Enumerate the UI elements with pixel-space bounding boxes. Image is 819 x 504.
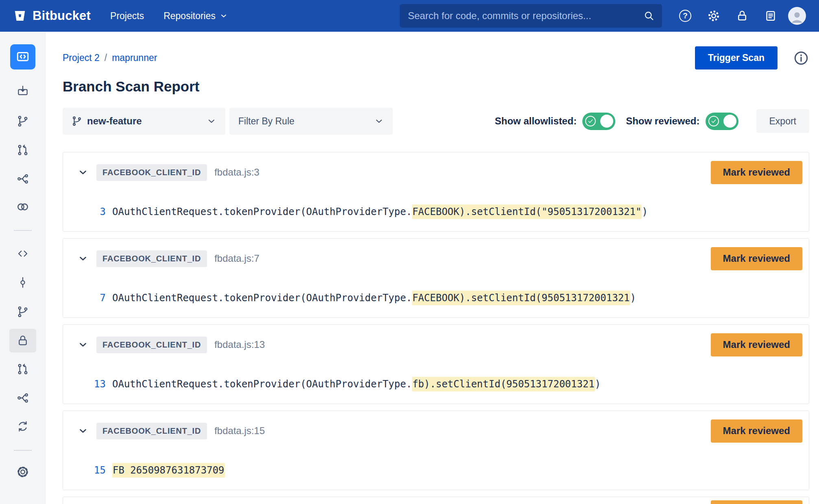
mark-reviewed-button[interactable]: Mark reviewed [711, 161, 802, 184]
code-line-number: 7 [87, 292, 106, 304]
filter-bar: new-feature Filter By Rule Show allowlis… [63, 108, 809, 135]
toggle-knob [723, 115, 736, 128]
repo-settings-gear-icon[interactable] [15, 464, 30, 480]
rule-badge: FACEBOOK_CLIENT_ID [96, 337, 207, 353]
collapse-chevron-icon[interactable] [77, 252, 89, 265]
show-allowlisted-label: Show allowlisted: [495, 115, 577, 127]
finding-location: fbdata.js:3 [214, 167, 259, 178]
security-lock-icon[interactable] [735, 9, 749, 23]
code-line: FB 2650987631873709 [112, 465, 225, 476]
rule-badge: FACEBOOK_CLIENT_ID [96, 250, 207, 267]
finding-card-partial: Mark reviewed [63, 497, 809, 504]
show-reviewed-label: Show reviewed: [626, 115, 699, 127]
code-line: OAuthClientRequest.tokenProvider(OAuthPr… [112, 292, 636, 304]
chevron-down-icon [220, 12, 228, 20]
nav-repositories[interactable]: Repositories [163, 11, 228, 22]
security-lock-icon [17, 335, 29, 347]
code-line: OAuthClientRequest.tokenProvider(OAuthPr… [112, 206, 648, 217]
breadcrumb-separator: / [105, 52, 107, 63]
nav-icon-cluster: ? [678, 9, 778, 23]
show-reviewed-toggle[interactable] [706, 113, 738, 130]
code-line-number: 15 [87, 465, 106, 476]
clone-checkout-icon[interactable] [15, 83, 30, 99]
forks-icon[interactable] [15, 390, 30, 406]
bitbucket-mark-icon [13, 9, 27, 23]
page-title: Branch Scan Report [63, 78, 809, 95]
rule-badge: FACEBOOK_CLIENT_ID [96, 164, 207, 181]
user-avatar[interactable] [788, 7, 806, 25]
pipelines-icon[interactable] [15, 199, 30, 215]
chevron-down-icon [207, 116, 216, 126]
code-line-number: 13 [87, 378, 106, 390]
secret-highlight: FACEBOOK).setClientId("950513172001321" [412, 204, 642, 219]
brand-name: Bitbucket [33, 9, 91, 23]
collapse-chevron-icon[interactable] [77, 166, 89, 178]
nav-repositories-label: Repositories [163, 11, 216, 22]
branch-icon[interactable] [15, 113, 30, 129]
top-nav: Bitbucket Projects Repositories ? [0, 0, 819, 32]
search-input[interactable] [408, 10, 643, 22]
pull-requests-icon[interactable] [15, 361, 30, 377]
secret-highlight: FB 2650987631873709 [112, 463, 225, 478]
trigger-scan-button[interactable]: Trigger Scan [695, 46, 778, 70]
breadcrumb-repo-link[interactable]: maprunner [112, 52, 157, 63]
secret-highlight: FACEBOOK).setClientId(950513172001321 [412, 291, 630, 305]
commits-icon[interactable] [15, 275, 30, 290]
finding-location: fbdata.js:15 [214, 425, 265, 437]
finding-card: FACEBOOK_CLIENT_ID fbdata.js:3 Mark revi… [63, 152, 809, 232]
bitbucket-logo[interactable]: Bitbucket [13, 9, 91, 23]
source-code-icon[interactable] [15, 246, 30, 261]
sync-icon[interactable] [15, 419, 30, 434]
pull-request-icon[interactable] [15, 142, 30, 158]
compare-forks-icon[interactable] [15, 171, 30, 187]
global-search[interactable] [400, 4, 662, 28]
code-line-number: 3 [87, 206, 106, 217]
rule-badge: FACEBOOK_CLIENT_ID [96, 423, 207, 439]
export-button[interactable]: Export [756, 109, 809, 133]
sidebar-divider [14, 230, 32, 231]
check-icon [585, 116, 596, 126]
branch-icon [72, 116, 82, 126]
main-content: Project 2 / maprunner Trigger Scan Branc… [46, 32, 819, 504]
toggle-knob [600, 115, 613, 128]
finding-card: FACEBOOK_CLIENT_ID fbdata.js:15 Mark rev… [63, 411, 809, 490]
repo-avatar-icon[interactable] [10, 44, 35, 70]
info-icon[interactable] [793, 50, 809, 66]
branches-icon[interactable] [15, 304, 30, 319]
collapse-chevron-icon[interactable] [77, 425, 89, 437]
settings-gear-icon[interactable] [707, 9, 721, 23]
finding-location: fbdata.js:7 [214, 253, 259, 264]
finding-location: fbdata.js:13 [214, 339, 265, 350]
breadcrumb: Project 2 / maprunner [63, 52, 157, 63]
rule-filter-value: Filter By Rule [238, 116, 294, 127]
mark-reviewed-button[interactable]: Mark reviewed [711, 247, 802, 270]
mark-reviewed-button[interactable]: Mark reviewed [711, 333, 802, 356]
branch-select-value: new-feature [87, 115, 142, 127]
help-icon[interactable]: ? [678, 9, 692, 23]
search-icon[interactable] [643, 10, 655, 22]
secret-highlight: fb).setClientId(950513172001321 [412, 377, 595, 391]
left-sidebar [0, 32, 46, 504]
mark-reviewed-button[interactable]: Mark reviewed [711, 419, 802, 443]
chevron-down-icon [374, 116, 384, 126]
person-icon [789, 9, 805, 25]
branch-select[interactable]: new-feature [63, 108, 225, 135]
nav-projects[interactable]: Projects [110, 11, 144, 22]
show-allowlisted-toggle[interactable] [582, 113, 615, 130]
code-line: OAuthClientRequest.tokenProvider(OAuthPr… [112, 378, 601, 390]
changelog-icon[interactable] [764, 9, 778, 23]
breadcrumb-project-link[interactable]: Project 2 [63, 52, 100, 63]
findings-list: FACEBOOK_CLIENT_ID fbdata.js:3 Mark revi… [63, 152, 809, 504]
nav-projects-label: Projects [110, 11, 144, 22]
sidebar-item-security-selected[interactable] [9, 329, 36, 352]
finding-card: FACEBOOK_CLIENT_ID fbdata.js:7 Mark revi… [63, 238, 809, 318]
check-icon [708, 116, 719, 126]
finding-card: FACEBOOK_CLIENT_ID fbdata.js:13 Mark rev… [63, 324, 809, 404]
collapse-chevron-icon[interactable] [77, 339, 89, 351]
sidebar-divider [14, 450, 32, 451]
rule-filter-select[interactable]: Filter By Rule [229, 108, 393, 135]
toggle-group: Show allowlisted: Show reviewed: Export [495, 109, 809, 133]
mark-reviewed-button[interactable]: Mark reviewed [711, 500, 802, 504]
